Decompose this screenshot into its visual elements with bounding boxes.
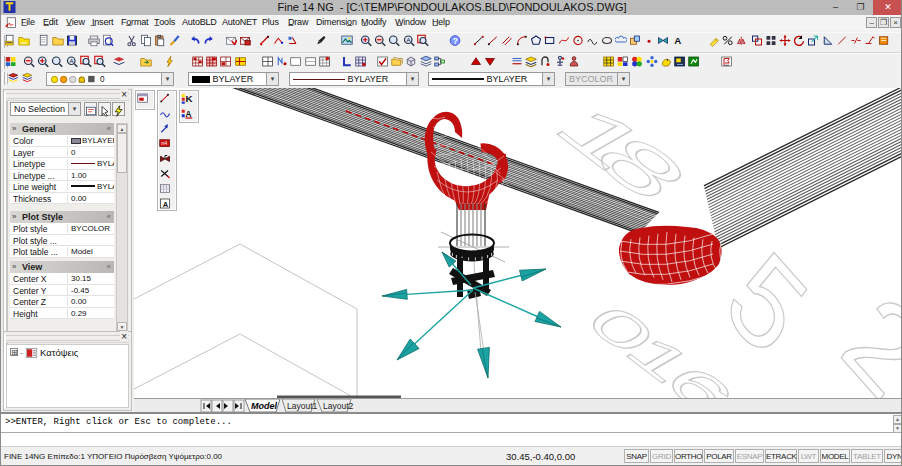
svg-text:K: K xyxy=(186,93,193,104)
svg-text:?: ? xyxy=(453,37,458,46)
svg-text:A: A xyxy=(674,35,681,46)
svg-text:A: A xyxy=(186,110,192,119)
svg-text:A: A xyxy=(163,200,169,209)
svg-text:n4: n4 xyxy=(161,140,167,146)
svg-text:Layout2: Layout2 xyxy=(323,401,354,411)
svg-text:A: A xyxy=(406,37,410,43)
svg-text:A: A xyxy=(69,58,73,64)
svg-text:Model: Model xyxy=(251,401,277,411)
svg-text:0: 0 xyxy=(100,75,105,84)
svg-text:Layout1: Layout1 xyxy=(287,401,318,411)
